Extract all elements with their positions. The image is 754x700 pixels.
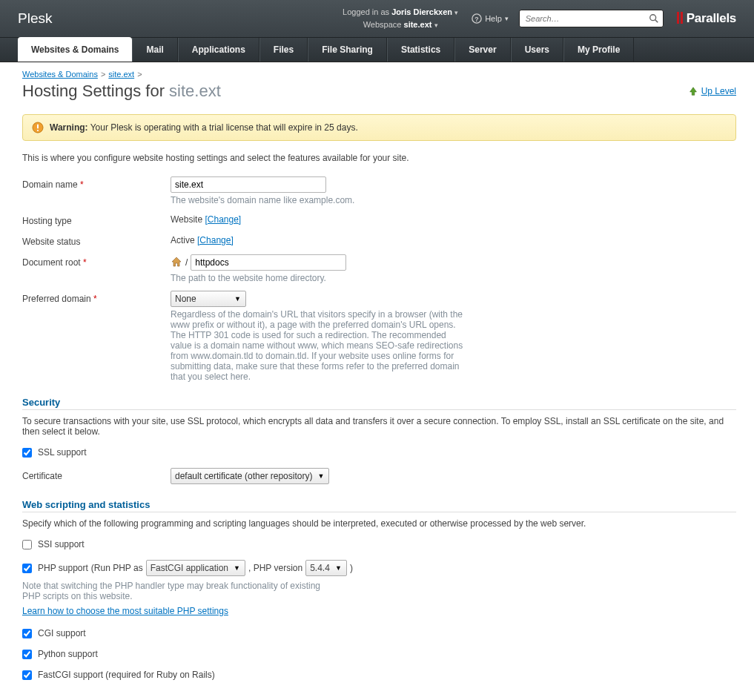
label-domain-name: Domain name * <box>22 176 171 190</box>
ssi-label: SSI support <box>38 539 85 549</box>
label-preferred-domain: Preferred domain * <box>22 291 171 304</box>
up-level-icon <box>688 86 698 96</box>
parallels-logo: Parallels <box>677 11 736 26</box>
warning-icon <box>32 122 44 133</box>
intro-text: This is where you configure website host… <box>22 153 736 163</box>
php-checkbox[interactable] <box>22 564 32 573</box>
tab-mail[interactable]: Mail <box>132 38 177 62</box>
plesk-logo: Plesk <box>18 10 52 27</box>
search-input[interactable] <box>519 10 664 27</box>
scripting-desc: Specify which of the following programmi… <box>22 518 736 529</box>
row-certificate: Certificate default certificate (other r… <box>22 468 736 484</box>
python-checkbox[interactable] <box>22 650 32 659</box>
svg-point-6 <box>37 130 39 131</box>
breadcrumb-site[interactable]: site.ext <box>108 70 134 79</box>
page-content: Websites & Domains>site.ext> Hosting Set… <box>0 62 754 700</box>
main-tabs: Websites & Domains Mail Applications Fil… <box>0 37 754 62</box>
security-desc: To secure transactions with your site, u… <box>22 416 736 437</box>
section-scripting: Web scripting and statistics <box>22 499 736 512</box>
breadcrumb: Websites & Domains>site.ext> <box>22 70 736 79</box>
row-python-support: Python support <box>22 649 736 659</box>
cgi-label: CGI support <box>38 628 86 638</box>
fastcgi-label: FastCGI support (required for Ruby on Ra… <box>38 670 215 680</box>
home-icon <box>171 256 182 270</box>
php-handler-select[interactable]: FastCGI application▼ <box>146 560 245 576</box>
label-certificate: Certificate <box>22 468 171 481</box>
php-note: Note that switching the PHP handler type… <box>22 581 334 601</box>
breadcrumb-websites[interactable]: Websites & Domains <box>22 70 98 79</box>
tab-websites-domains[interactable]: Websites & Domains <box>18 37 132 62</box>
row-ssi-support: SSI support <box>22 539 736 549</box>
hint-preferred-domain: Regardless of the domain's URL that visi… <box>171 309 467 382</box>
row-cgi-support: CGI support <box>22 628 736 638</box>
php-support-label: PHP support <box>38 563 88 573</box>
svg-text:?: ? <box>474 16 478 23</box>
domain-name-input[interactable] <box>171 176 326 193</box>
label-hosting-type: Hosting type <box>22 213 171 226</box>
change-website-status[interactable]: [Change] <box>197 235 234 245</box>
help-icon: ? <box>472 13 482 24</box>
row-doc-root: Document root * / The path to the websit… <box>22 254 736 283</box>
page-title-row: Hosting Settings for site.ext Up Level <box>22 82 736 101</box>
certificate-select[interactable]: default certificate (other repository)▼ <box>171 468 329 484</box>
search-icon[interactable] <box>649 13 659 24</box>
logged-in-user[interactable]: Logged in as Joris Dierckxen ▾ <box>343 6 458 19</box>
hint-domain-name: The website's domain name like example.c… <box>171 195 467 205</box>
tab-statistics[interactable]: Statistics <box>387 38 454 62</box>
ssl-support-label: SSL support <box>38 447 87 458</box>
top-header: Plesk Logged in as Joris Dierckxen ▾ Web… <box>0 0 754 37</box>
row-fastcgi-support: FastCGI support (required for Ruby on Ra… <box>22 670 736 680</box>
php-version-select[interactable]: 5.4.4▼ <box>305 560 347 576</box>
ssi-checkbox[interactable] <box>22 540 32 549</box>
hint-doc-root: The path to the website home directory. <box>171 273 467 283</box>
page-title: Hosting Settings for site.ext <box>22 82 221 101</box>
parallels-bars-icon <box>677 12 684 26</box>
python-label: Python support <box>38 649 98 659</box>
search-wrap <box>519 10 664 27</box>
chevron-down-icon: ▾ <box>434 22 438 29</box>
tab-files[interactable]: Files <box>259 38 308 62</box>
tab-file-sharing[interactable]: File Sharing <box>308 38 387 62</box>
doc-root-input[interactable] <box>191 254 346 271</box>
learn-php-link[interactable]: Learn how to choose the most suitable PH… <box>22 606 228 616</box>
fastcgi-checkbox[interactable] <box>22 670 32 680</box>
svg-rect-5 <box>37 125 39 129</box>
chevron-down-icon: ▾ <box>505 15 509 22</box>
label-doc-root: Document root * <box>22 254 171 268</box>
chevron-down-icon: ▼ <box>318 472 325 480</box>
row-website-status: Website status Active [Change] <box>22 234 736 247</box>
row-preferred-domain: Preferred domain * None▼ Regardless of t… <box>22 291 736 382</box>
change-hosting-type[interactable]: [Change] <box>205 214 241 225</box>
row-domain-name: Domain name * The website's domain name … <box>22 176 736 205</box>
label-website-status: Website status <box>22 234 171 247</box>
svg-point-2 <box>650 15 656 21</box>
chevron-down-icon: ▼ <box>234 564 240 572</box>
svg-line-3 <box>655 20 658 23</box>
webspace-selector[interactable]: Webspace site.ext ▾ <box>343 19 458 31</box>
cgi-checkbox[interactable] <box>22 629 32 638</box>
tab-users[interactable]: Users <box>511 38 563 62</box>
ssl-support-checkbox[interactable] <box>22 448 32 458</box>
section-security: Security <box>22 397 736 410</box>
chevron-down-icon: ▼ <box>234 295 241 303</box>
chevron-down-icon: ▼ <box>335 564 342 572</box>
preferred-domain-select[interactable]: None▼ <box>171 291 246 307</box>
user-info: Logged in as Joris Dierckxen ▾ Webspace … <box>343 6 458 31</box>
tab-applications[interactable]: Applications <box>178 38 259 62</box>
help-dropdown[interactable]: ? Help ▾ <box>472 13 509 24</box>
chevron-down-icon: ▾ <box>454 9 458 16</box>
tab-server[interactable]: Server <box>454 38 510 62</box>
warning-box: Warning: Your Plesk is operating with a … <box>22 114 736 141</box>
up-level-link[interactable]: Up Level <box>688 86 736 96</box>
row-ssl-support: SSL support <box>22 447 736 458</box>
tab-my-profile[interactable]: My Profile <box>563 38 634 62</box>
row-php-support: PHP support (Run PHP as FastCGI applicat… <box>22 560 736 576</box>
row-hosting-type: Hosting type Website [Change] <box>22 213 736 226</box>
